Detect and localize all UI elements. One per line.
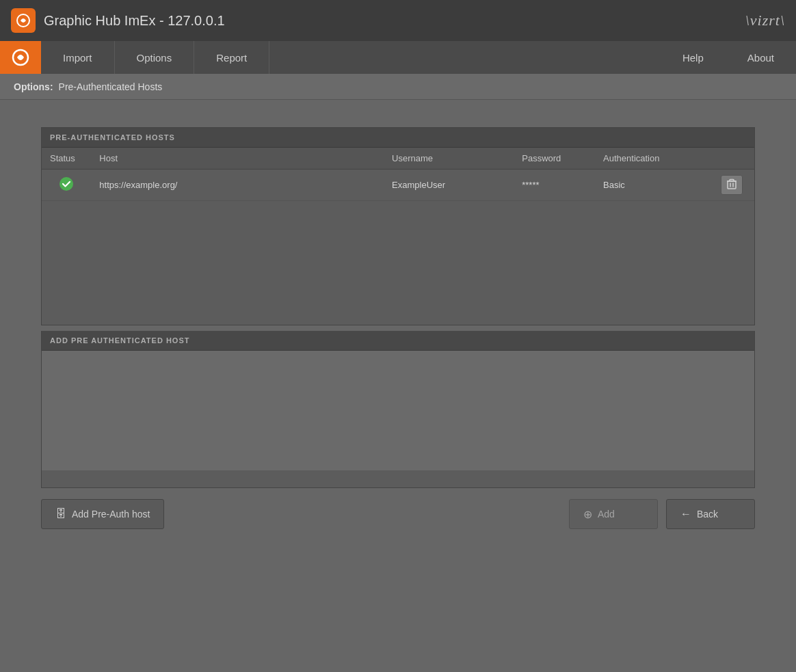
title-bar-left: Graphic Hub ImEx - 127.0.0.1 — [11, 8, 225, 33]
menu-item-options[interactable]: Options — [115, 41, 195, 74]
cell-delete — [708, 170, 754, 201]
back-button[interactable]: ← Back — [666, 499, 755, 529]
cell-username: ExampleUser — [384, 170, 514, 201]
menu-item-about[interactable]: About — [726, 41, 796, 74]
col-header-username: Username — [384, 148, 514, 170]
menu-bar-logo-icon — [0, 41, 41, 74]
main-content: PRE-AUTHENTICATED HOSTS Status Host User… — [0, 100, 796, 672]
add-section-header: ADD PRE AUTHENTICATED HOST — [42, 331, 754, 351]
cell-password: ***** — [514, 170, 595, 201]
breadcrumb-value: Pre-Authenticated Hosts — [59, 81, 163, 92]
table-header-row: Status Host Username Password Authentica… — [42, 148, 754, 170]
hosts-table-container: Status Host Username Password Authentica… — [42, 148, 754, 201]
app-title: Graphic Hub ImEx - 127.0.0.1 — [44, 13, 225, 29]
pre-auth-header: PRE-AUTHENTICATED HOSTS — [42, 128, 754, 148]
menu-item-report[interactable]: Report — [194, 41, 269, 74]
breadcrumb-label: Options: — [14, 81, 53, 92]
col-header-authentication: Authentication — [595, 148, 708, 170]
add-label: Add — [598, 509, 615, 520]
cell-status — [42, 170, 91, 201]
add-icon: ⊕ — [583, 508, 592, 521]
add-button[interactable]: ⊕ Add — [569, 499, 658, 529]
svg-point-2 — [59, 177, 73, 191]
status-ok-icon — [59, 183, 74, 193]
breadcrumb: Options: Pre-Authenticated Hosts — [0, 74, 796, 100]
buttons-row: 🗄 Add Pre-Auth host ⊕ Add ← Back — [41, 499, 755, 529]
svg-rect-3 — [728, 181, 736, 189]
back-arrow-icon: ← — [680, 508, 691, 520]
menu-spacer — [269, 41, 661, 74]
add-pre-auth-host-button[interactable]: 🗄 Add Pre-Auth host — [41, 499, 164, 529]
cell-host: https://example.org/ — [91, 170, 384, 201]
col-header-password: Password — [514, 148, 595, 170]
menu-bar: Import Options Report Help About — [0, 41, 796, 74]
menu-items: Import Options Report Help About — [41, 41, 796, 74]
menu-item-help[interactable]: Help — [661, 41, 726, 74]
hosts-table: Status Host Username Password Authentica… — [42, 148, 754, 201]
database-icon: 🗄 — [55, 508, 66, 520]
add-pre-auth-section: ADD PRE AUTHENTICATED HOST — [41, 331, 755, 488]
col-header-action — [708, 148, 754, 170]
add-pre-auth-label: Add Pre-Auth host — [72, 509, 150, 520]
app-icon — [11, 8, 36, 33]
title-bar: Graphic Hub ImEx - 127.0.0.1 \vizrt\ — [0, 0, 796, 41]
table-row: https://example.org/ExampleUser*****Basi… — [42, 170, 754, 201]
delete-row-button[interactable] — [721, 175, 743, 195]
menu-item-import[interactable]: Import — [41, 41, 115, 74]
col-header-status: Status — [42, 148, 91, 170]
col-header-host: Host — [91, 148, 384, 170]
cell-authentication: Basic — [595, 170, 708, 201]
pre-auth-hosts-section: PRE-AUTHENTICATED HOSTS Status Host User… — [41, 127, 755, 325]
add-section-body — [42, 351, 754, 470]
vizrt-logo: \vizrt\ — [745, 12, 785, 29]
back-label: Back — [697, 509, 718, 520]
